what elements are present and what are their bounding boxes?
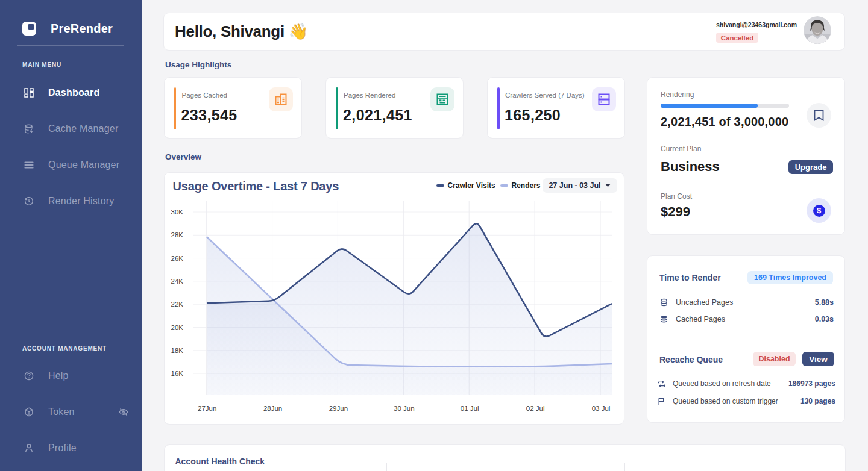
svg-text:30K: 30K	[171, 208, 183, 216]
svg-text:02 Jul: 02 Jul	[526, 405, 544, 412]
svg-text:24K: 24K	[171, 278, 183, 285]
svg-text:30 Jun: 30 Jun	[394, 405, 415, 412]
svg-text:01 Jul: 01 Jul	[460, 405, 479, 412]
svg-text:18K: 18K	[171, 347, 183, 354]
svg-text:03 Jul: 03 Jul	[591, 405, 610, 412]
svg-text:20K: 20K	[171, 324, 183, 331]
svg-text:28K: 28K	[171, 231, 183, 239]
svg-text:16K: 16K	[171, 370, 183, 377]
svg-text:29Jun: 29Jun	[329, 405, 347, 412]
svg-text:28Jun: 28Jun	[263, 405, 281, 412]
svg-text:26K: 26K	[171, 255, 183, 262]
svg-text:22K: 22K	[171, 301, 183, 308]
svg-text:27Jun: 27Jun	[198, 405, 216, 412]
